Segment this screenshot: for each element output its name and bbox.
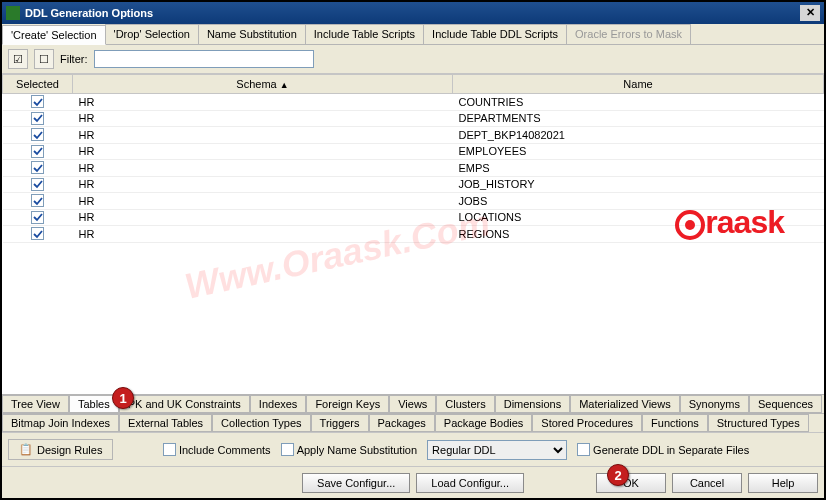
load-config-button[interactable]: Load Configur... (416, 473, 524, 493)
top-tabs: 'Create' Selection 'Drop' Selection Name… (2, 24, 824, 45)
tab-create-selection[interactable]: 'Create' Selection (2, 25, 106, 45)
tab-oracle-errors[interactable]: Oracle Errors to Mask (566, 24, 691, 44)
filter-input[interactable] (94, 50, 314, 68)
col-schema[interactable]: Schema▲ (73, 75, 453, 94)
deselect-all-icon[interactable]: ☐ (34, 49, 54, 69)
cell-name: EMPS (453, 160, 824, 177)
btab-synonyms[interactable]: Synonyms (680, 395, 749, 413)
btab-dimensions[interactable]: Dimensions (495, 395, 570, 413)
cancel-button[interactable]: Cancel (672, 473, 742, 493)
help-button[interactable]: Help (748, 473, 818, 493)
tab-drop-selection[interactable]: 'Drop' Selection (105, 24, 199, 44)
select-all-icon[interactable]: ☑ (8, 49, 28, 69)
cell-name: DEPARTMENTS (453, 110, 824, 127)
cell-schema: HR (73, 176, 453, 193)
table-row[interactable]: HREMPLOYEES (3, 143, 824, 160)
btab-pk-uk[interactable]: PK and UK Constraints (119, 395, 250, 413)
btab-collection-types[interactable]: Collection Types (212, 414, 311, 432)
app-icon (6, 6, 20, 20)
table-row[interactable]: HRJOB_HISTORY (3, 176, 824, 193)
bottom-tabs-row2: Bitmap Join Indexes External Tables Coll… (2, 413, 824, 432)
cell-schema: HR (73, 127, 453, 144)
btab-tree-view[interactable]: Tree View (2, 395, 69, 413)
cell-name: EMPLOYEES (453, 143, 824, 160)
cell-schema: HR (73, 143, 453, 160)
tab-include-table-scripts[interactable]: Include Table Scripts (305, 24, 424, 44)
filter-label: Filter: (60, 53, 88, 65)
table-area: Selected Schema▲ Name HRCOUNTRIESHRDEPAR… (2, 74, 824, 394)
table-row[interactable]: HREMPS (3, 160, 824, 177)
btab-stored-procs[interactable]: Stored Procedures (532, 414, 642, 432)
brand-logo: raask (675, 204, 784, 241)
btab-sequences[interactable]: Sequences (749, 395, 822, 413)
btab-functions[interactable]: Functions (642, 414, 708, 432)
checkbox-icon[interactable] (31, 227, 44, 240)
include-comments-checkbox[interactable]: Include Comments (163, 443, 271, 456)
table-row[interactable]: HRCOUNTRIES (3, 94, 824, 111)
cell-schema: HR (73, 226, 453, 243)
callout-2: 2 (607, 464, 629, 486)
col-selected[interactable]: Selected (3, 75, 73, 94)
btab-views[interactable]: Views (389, 395, 436, 413)
checkbox-icon[interactable] (31, 128, 44, 141)
btab-triggers[interactable]: Triggers (311, 414, 369, 432)
gen-separate-checkbox[interactable]: Generate DDL in Separate Files (577, 443, 749, 456)
cell-schema: HR (73, 193, 453, 210)
button-bar: Save Configur... Load Configur... OK Can… (2, 466, 824, 499)
btab-package-bodies[interactable]: Package Bodies (435, 414, 533, 432)
checkbox-icon[interactable] (31, 194, 44, 207)
col-name[interactable]: Name (453, 75, 824, 94)
sort-asc-icon: ▲ (280, 80, 289, 90)
checkbox-icon[interactable] (31, 178, 44, 191)
table-row[interactable]: HRDEPARTMENTS (3, 110, 824, 127)
btab-packages[interactable]: Packages (369, 414, 435, 432)
design-rules-button[interactable]: 📋 Design Rules (8, 439, 113, 460)
btab-foreign-keys[interactable]: Foreign Keys (306, 395, 389, 413)
btab-mviews[interactable]: Materialized Views (570, 395, 680, 413)
checkbox-icon[interactable] (31, 112, 44, 125)
checkbox-icon[interactable] (31, 145, 44, 158)
cell-name: JOB_HISTORY (453, 176, 824, 193)
apply-name-sub-checkbox[interactable]: Apply Name Substitution (281, 443, 417, 456)
ddl-type-select[interactable]: Regular DDL (427, 440, 567, 460)
table-row[interactable]: HRDEPT_BKP14082021 (3, 127, 824, 144)
cell-schema: HR (73, 209, 453, 226)
btab-indexes[interactable]: Indexes (250, 395, 307, 413)
btab-structured-types[interactable]: Structured Types (708, 414, 809, 432)
close-icon[interactable]: ✕ (800, 5, 820, 21)
cell-name: COUNTRIES (453, 94, 824, 111)
callout-1: 1 (112, 387, 134, 409)
checkbox-icon[interactable] (31, 211, 44, 224)
brand-o-icon (675, 210, 705, 240)
tab-include-ddl-scripts[interactable]: Include Table DDL Scripts (423, 24, 567, 44)
titlebar: DDL Generation Options ✕ (2, 2, 824, 24)
rules-icon: 📋 (19, 443, 33, 456)
save-config-button[interactable]: Save Configur... (302, 473, 410, 493)
btab-bitmap-join[interactable]: Bitmap Join Indexes (2, 414, 119, 432)
tab-name-substitution[interactable]: Name Substitution (198, 24, 306, 44)
btab-clusters[interactable]: Clusters (436, 395, 494, 413)
checkbox-icon[interactable] (31, 95, 44, 108)
cell-schema: HR (73, 110, 453, 127)
cell-name: DEPT_BKP14082021 (453, 127, 824, 144)
toolbar: ☑ ☐ Filter: (2, 45, 824, 74)
cell-schema: HR (73, 94, 453, 111)
window-title: DDL Generation Options (25, 7, 153, 19)
options-bar: 📋 Design Rules Include Comments Apply Na… (2, 432, 824, 466)
checkbox-icon[interactable] (31, 161, 44, 174)
btab-external-tables[interactable]: External Tables (119, 414, 212, 432)
cell-schema: HR (73, 160, 453, 177)
